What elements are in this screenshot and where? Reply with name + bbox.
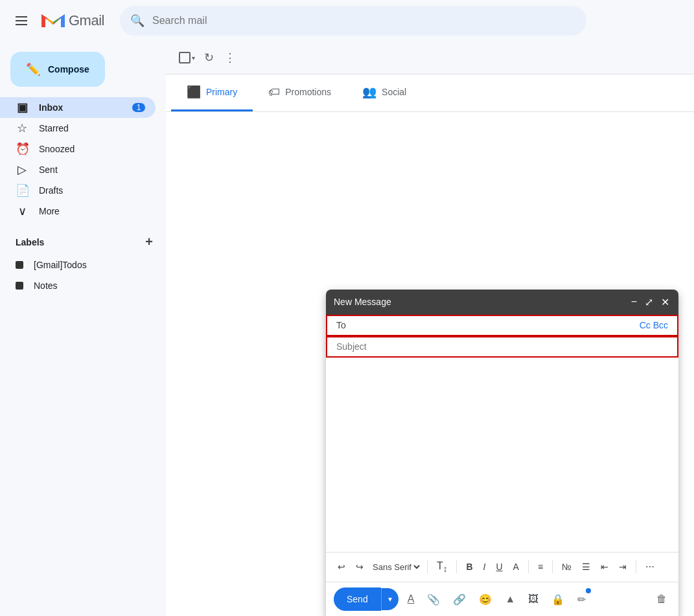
numbered-list-button[interactable]: № [558, 559, 575, 575]
inbox-label: Inbox [39, 102, 122, 113]
more-icon: ∨ [16, 204, 29, 218]
attach-button[interactable]: 📎 [423, 589, 444, 610]
social-tab-label: Social [382, 87, 406, 97]
compose-cc-bcc[interactable]: Cc Bcc [640, 320, 668, 330]
gmail-text: Gmail [69, 12, 104, 29]
font-size-button[interactable]: T↕ [433, 558, 451, 576]
snoozed-icon: ⏰ [16, 142, 29, 156]
sidebar: ✏️ Compose ▣ Inbox 1 ☆ Starred ⏰ Snoozed… [0, 41, 166, 616]
checkbox-icon [179, 52, 191, 63]
sidebar-item-sent[interactable]: ▷ Sent [0, 159, 156, 180]
send-btn-group: Send ▾ [334, 587, 399, 611]
close-button[interactable]: ✕ [660, 295, 671, 310]
compose-window: New Message − ⤢ ✕ To Cc Bcc ↩ [326, 290, 678, 616]
compose-icon: ✏️ [26, 62, 40, 76]
compose-button[interactable]: ✏️ Compose [10, 52, 105, 87]
tab-primary[interactable]: ⬛ Primary [171, 74, 253, 111]
more-label: More [39, 206, 145, 216]
content-area: ▾ ↻ ⋮ ⬛ Primary 🏷 Promotions 👥 Social [166, 41, 694, 616]
label-notes[interactable]: Notes [0, 275, 156, 296]
format-text-button[interactable]: A [404, 589, 419, 609]
topbar: Gmail 🔍 [0, 0, 694, 41]
primary-tab-icon: ⬛ [187, 85, 201, 99]
compose-body[interactable] [326, 358, 678, 552]
separator-5 [636, 560, 636, 573]
tab-promotions[interactable]: 🏷 Promotions [253, 74, 347, 111]
sidebar-item-drafts[interactable]: 📄 Drafts [0, 180, 156, 201]
label-notes-text: Notes [34, 280, 58, 291]
send-bar: Send ▾ A 📎 🔗 😊 ▲ 🖼 🔒 ✏ 🗑 [326, 582, 678, 616]
snoozed-label: Snoozed [39, 144, 145, 154]
add-label-button[interactable]: + [143, 232, 156, 252]
redo-button[interactable]: ↪ [352, 559, 367, 575]
menu-icon[interactable] [10, 8, 32, 33]
promotions-tab-label: Promotions [285, 87, 331, 97]
gmail-logo: Gmail [40, 12, 104, 30]
compose-to-label: To [336, 320, 362, 330]
sidebar-item-starred[interactable]: ☆ Starred [0, 118, 156, 139]
format-toolbar: ↩ ↪ Sans Serif T↕ B I U A ≡ № ☰ ⇤ ⇥ [326, 552, 678, 582]
bullet-list-button[interactable]: ☰ [578, 559, 594, 575]
maximize-button[interactable]: ⤢ [643, 295, 654, 310]
promotions-tab-icon: 🏷 [268, 86, 280, 99]
gmail-m-icon [40, 12, 66, 30]
search-input[interactable] [152, 15, 576, 27]
tab-social[interactable]: 👥 Social [347, 74, 422, 111]
separator-2 [456, 560, 457, 573]
compose-subject-row [326, 336, 678, 358]
text-color-button[interactable]: A [509, 559, 523, 575]
undo-button[interactable]: ↩ [334, 559, 349, 575]
select-all-checkbox[interactable]: ▾ [176, 49, 198, 66]
starred-label: Starred [39, 123, 145, 133]
drafts-icon: 📄 [16, 183, 29, 198]
primary-tab-label: Primary [206, 87, 237, 97]
font-family-select[interactable]: Sans Serif [370, 562, 422, 573]
label-dot-notes [16, 282, 23, 290]
compose-subject-input[interactable] [336, 341, 668, 352]
separator-3 [528, 560, 529, 573]
emoji-button[interactable]: 😊 [475, 589, 496, 610]
compose-to-input[interactable] [362, 320, 640, 330]
main-layout: ✏️ Compose ▣ Inbox 1 ☆ Starred ⏰ Snoozed… [0, 41, 694, 616]
align-button[interactable]: ≡ [534, 559, 547, 575]
italic-button[interactable]: I [480, 559, 490, 575]
compose-header[interactable]: New Message − ⤢ ✕ [326, 290, 678, 315]
bold-button[interactable]: B [462, 559, 476, 575]
photo-button[interactable]: 🖼 [524, 589, 542, 609]
indent-more-button[interactable]: ⇥ [615, 559, 630, 575]
inbox-icon: ▣ [16, 100, 29, 115]
starred-icon: ☆ [16, 121, 29, 135]
minimize-button[interactable]: − [630, 295, 638, 309]
label-gmail-todos-text: [Gmail]Todos [34, 260, 87, 270]
search-icon: 🔍 [130, 14, 145, 28]
underline-button[interactable]: U [492, 559, 506, 575]
drive-button[interactable]: ▲ [501, 589, 519, 609]
delete-button[interactable]: 🗑 [653, 589, 671, 609]
list-toolbar: ▾ ↻ ⋮ [166, 41, 694, 74]
separator-1 [427, 560, 428, 573]
sidebar-item-inbox[interactable]: ▣ Inbox 1 [0, 97, 156, 118]
sidebar-item-more[interactable]: ∨ More [0, 201, 156, 222]
drafts-label: Drafts [39, 185, 145, 196]
send-button[interactable]: Send [334, 587, 381, 611]
more-actions-button[interactable]: ⋮ [220, 47, 240, 69]
indent-less-button[interactable]: ⇤ [597, 559, 612, 575]
label-gmail-todos[interactable]: [Gmail]Todos [0, 255, 156, 275]
search-bar[interactable]: 🔍 [120, 6, 586, 36]
send-dropdown-button[interactable]: ▾ [381, 588, 399, 610]
tabs-bar: ⬛ Primary 🏷 Promotions 👥 Social [166, 74, 694, 112]
social-tab-icon: 👥 [362, 85, 376, 99]
inbox-badge: 1 [132, 103, 145, 112]
compose-title: New Message [334, 297, 391, 307]
compose-label: Compose [48, 64, 89, 74]
more-format-button[interactable]: ⋯ [642, 559, 658, 575]
sent-icon: ▷ [16, 163, 29, 177]
labels-title: Labels [16, 237, 44, 247]
refresh-button[interactable]: ↻ [200, 47, 218, 69]
select-chevron-icon: ▾ [192, 54, 195, 62]
lock-button[interactable]: 🔒 [548, 589, 568, 610]
label-dot-gmail-todos [16, 261, 23, 269]
signature-indicator [586, 588, 591, 593]
sidebar-item-snoozed[interactable]: ⏰ Snoozed [0, 139, 156, 159]
link-button[interactable]: 🔗 [449, 589, 470, 610]
